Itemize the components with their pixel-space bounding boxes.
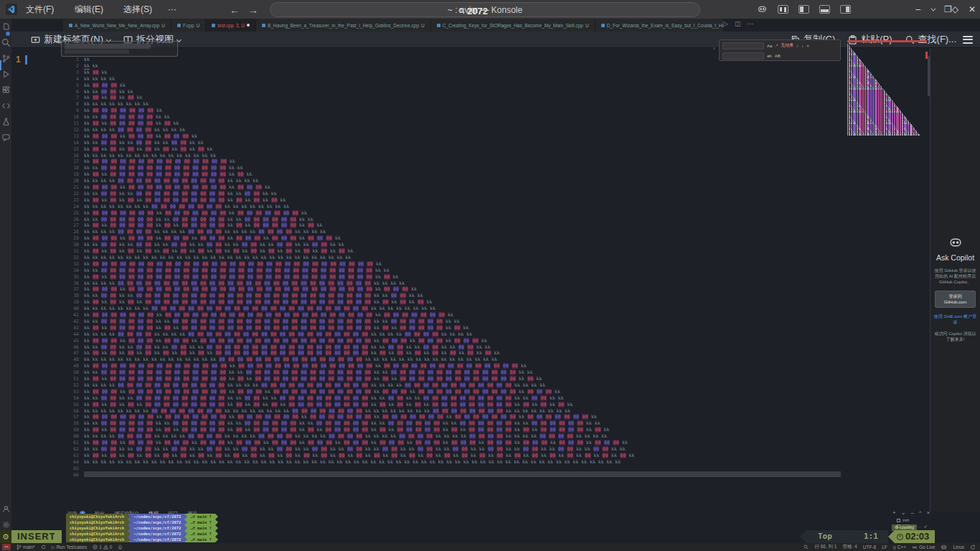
panel-actions: + ⌄ – ^ × — [892, 509, 930, 516]
copilot-signin-button[interactable]: 登录到 GitHub.com — [935, 291, 976, 308]
statusbar-item-2[interactable]: UTF-8 — [863, 545, 876, 550]
search-icon[interactable] — [0, 34, 11, 50]
toggle-secondary-sidebar-icon[interactable] — [840, 5, 851, 14]
toggle-panel-icon[interactable] — [819, 5, 830, 14]
git-branch-item[interactable]: main* — [17, 545, 35, 550]
copilot-icon[interactable] — [757, 5, 768, 14]
close-panel-icon[interactable]: × — [927, 509, 930, 516]
editor-tab-2[interactable]: test.cpp2, U — [206, 19, 256, 32]
shell-prompt-row: chiyoyuki@ChiyoYukiArch~/codes/xcpc/cf/2… — [66, 531, 218, 537]
editor-tab-strip: A_New_World_New_Me_New_Array.cppUF.cppUt… — [63, 19, 723, 32]
source-control-icon[interactable] — [0, 50, 11, 66]
command-center-query: 2072 — [458, 6, 488, 17]
copilot-ghe-link[interactable]: 使用 GHE.com 帐户登录 — [930, 314, 980, 325]
statusbar-item-1[interactable]: 空格: 4 — [842, 544, 857, 550]
editor-tab-1[interactable]: F.cppU — [171, 19, 206, 32]
statusline-arrow — [800, 530, 806, 543]
chat-icon[interactable] — [0, 129, 11, 145]
run-file-icon[interactable]: ▷ — [723, 20, 728, 27]
menu-edit[interactable]: 编辑(E) — [69, 0, 109, 19]
desktop: 文件(F) 编辑(E) 选择(S) ··· ← → ~ : nvim — Kon… — [0, 0, 980, 551]
editor-actions: ▷ ◫ ⋯ — [723, 20, 753, 27]
close-button[interactable]: ✕ — [969, 4, 976, 14]
replace-input[interactable] — [722, 52, 764, 60]
search-icon[interactable] — [804, 545, 809, 550]
search-icon — [458, 8, 465, 14]
replace-all-icon[interactable]: AB — [775, 54, 781, 58]
match-case-icon[interactable]: Aa — [767, 44, 772, 48]
copilot-status-icon[interactable] — [941, 545, 947, 550]
statusline-gear-icon: ⚙ — [0, 530, 11, 543]
background-editor-line-number: 1 — [16, 55, 21, 65]
shell-prompt-row: chiyoyuki@ChiyoYukiArch~/codes/xcpc/cf/2… — [66, 514, 218, 519]
statusbar-item-3[interactable]: LF — [882, 545, 887, 550]
error-icon — [93, 545, 98, 550]
testing-icon[interactable] — [0, 113, 11, 129]
cpp-file-icon — [212, 24, 215, 27]
editor-tab-5[interactable]: D_For_Wizards_the_Exam_Is_Easy_but_I_Cou… — [595, 19, 723, 32]
konsole-maximize-chevron-icon[interactable] — [930, 6, 936, 11]
konsole-menu-icon[interactable] — [963, 34, 973, 45]
nav-forward-icon[interactable]: → — [248, 1, 258, 19]
vim-position-segment: Top 1:1 — [806, 530, 888, 543]
remote-explorer-icon[interactable] — [0, 98, 11, 113]
toggle-sidebar-icon[interactable] — [798, 5, 809, 14]
bell-icon[interactable] — [118, 545, 123, 550]
terminal-dropdown-icon[interactable]: ⌄ — [901, 509, 906, 516]
more-actions-icon[interactable]: ⋯ — [747, 20, 753, 27]
find-widget: › Aa .* 无结果 ↑ ↓ × ab AB — [719, 39, 841, 61]
statusbar-item-5[interactable]: Go Live — [912, 545, 935, 550]
titlebar: 文件(F) 编辑(E) 选择(S) ··· ← → ~ : nvim — Kon… — [0, 0, 980, 19]
find-toggle-chevron-icon[interactable]: › — [713, 46, 715, 51]
minimize-button[interactable]: – — [915, 4, 920, 14]
shell-prompt-history: chiyoyuki@ChiyoYukiArch~/codes/xcpc/cf/2… — [66, 514, 218, 542]
remote-indicator[interactable]: >< — [2, 544, 11, 550]
maximize-panel-icon[interactable]: ^ — [919, 509, 922, 516]
command-center[interactable]: ~ : nvim — Konsole 2072 — [270, 2, 700, 17]
statusbar-item-0[interactable]: 行 66, 列 1 — [814, 544, 837, 550]
cpp-file-icon — [437, 24, 440, 27]
menu-select[interactable]: 选择(S) — [118, 0, 158, 19]
editor-tab-4[interactable]: C_Creating_Keys_for_StORages_Has_Become_… — [431, 19, 595, 32]
statusline-arrow — [888, 530, 895, 543]
regex-icon[interactable]: .* — [775, 44, 778, 48]
sync-icon[interactable] — [41, 545, 46, 550]
menu-file[interactable]: 文件(F) — [20, 0, 60, 19]
find-input[interactable] — [722, 42, 764, 50]
find-prev-icon[interactable]: ↑ — [796, 44, 798, 48]
menu-more[interactable]: ··· — [162, 0, 182, 19]
find-close-icon[interactable]: × — [806, 44, 809, 48]
terminal-icon — [897, 519, 900, 522]
editor-tab-0[interactable]: A_New_World_New_Me_New_Array.cppU — [63, 19, 171, 32]
minimap-highlight-bar — [847, 40, 927, 42]
background-widget-box — [61, 41, 178, 57]
new-terminal-icon[interactable]: + — [892, 509, 896, 516]
replace-one-icon[interactable]: ab — [767, 54, 772, 58]
minimap[interactable] — [847, 44, 928, 137]
copilot-side-panel: Ask Copilot 使用 GitHub 登录以使用你的 AI 配对程序员 G… — [930, 48, 980, 512]
cpp-file-icon — [601, 24, 605, 27]
terminal-list-item[interactable]: zsh — [897, 517, 928, 523]
search-icon — [905, 35, 915, 44]
extensions-icon[interactable] — [0, 82, 11, 98]
run-and-debug-icon[interactable] — [0, 66, 11, 82]
copilot-walkthrough-text[interactable]: 或访问 Copilot 演练以了解更多! — [930, 331, 980, 342]
minimize-panel-icon[interactable]: – — [910, 509, 913, 516]
clock-segment: 02:03 — [895, 530, 935, 543]
customize-layout-icon[interactable] — [778, 5, 788, 14]
account-icon[interactable] — [0, 501, 11, 517]
run-testcases-item[interactable]: ▷ Run Testcases — [52, 545, 88, 550]
find-next-icon[interactable]: ↓ — [801, 44, 804, 48]
refresh-icon[interactable] — [970, 545, 976, 550]
restore-button[interactable]: ❐◇ — [944, 4, 958, 14]
modified-dot-icon — [247, 24, 250, 27]
editor-tab-3[interactable]: B_Having_Been_a_Treasurer_in_the_Past_I_… — [256, 19, 431, 32]
statusbar-item-6[interactable]: Linux — [953, 545, 964, 550]
nav-back-icon[interactable]: ← — [230, 1, 240, 19]
new-tab-icon — [31, 35, 40, 44]
activity-accent — [0, 60, 1, 70]
background-editor-caret — [25, 55, 27, 65]
split-editor-icon[interactable]: ◫ — [735, 20, 741, 27]
statusbar-item-4[interactable]: {}C++ — [893, 545, 906, 550]
problems-item[interactable]: 1 0 — [93, 545, 112, 550]
